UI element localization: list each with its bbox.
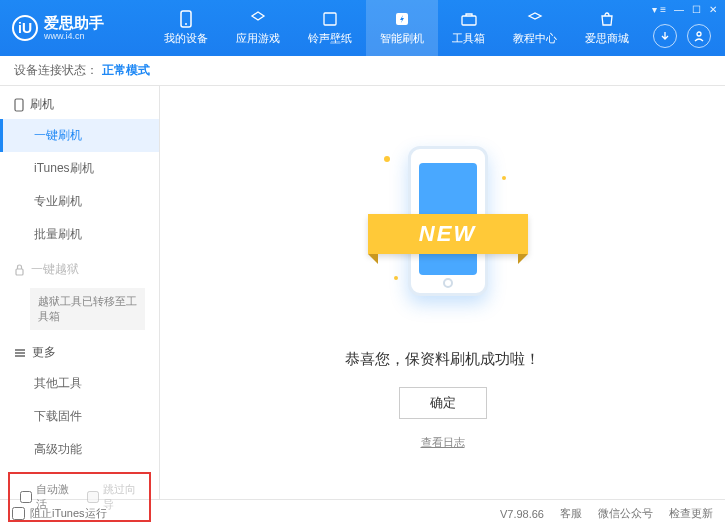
nav-toolbox[interactable]: 工具箱 [438, 0, 499, 56]
sidebar-item-pro-flash[interactable]: 专业刷机 [0, 185, 159, 218]
minimize-icon[interactable]: ― [674, 4, 684, 15]
nav-ringtones[interactable]: 铃声壁纸 [294, 0, 366, 56]
svg-rect-4 [462, 16, 476, 25]
sidebar-item-download-firmware[interactable]: 下载固件 [0, 400, 159, 433]
sidebar-item-batch-flash[interactable]: 批量刷机 [0, 218, 159, 251]
phone-small-icon [14, 98, 24, 112]
toolbox-icon [460, 10, 478, 28]
main-content: NEW 恭喜您，保资料刷机成功啦！ 确定 查看日志 [160, 86, 725, 499]
flash-icon [393, 10, 411, 28]
app-name: 爱思助手 [44, 15, 104, 31]
sidebar-item-advanced[interactable]: 高级功能 [0, 433, 159, 466]
sidebar: 刷机 一键刷机 iTunes刷机 专业刷机 批量刷机 一键越狱 越狱工具已转移至… [0, 86, 160, 499]
svg-rect-2 [324, 13, 336, 25]
sidebar-item-other-tools[interactable]: 其他工具 [0, 367, 159, 400]
lock-icon [14, 264, 25, 276]
status-label: 设备连接状态： [14, 62, 98, 79]
close-icon[interactable]: ✕ [709, 4, 717, 15]
footer-link-support[interactable]: 客服 [560, 506, 582, 521]
tutorial-icon [526, 10, 544, 28]
store-icon [598, 10, 616, 28]
sidebar-group-jailbreak: 一键越狱 [0, 251, 159, 284]
status-value: 正常模式 [102, 62, 150, 79]
footer-link-update[interactable]: 检查更新 [669, 506, 713, 521]
titlebar: iU 爱思助手 www.i4.cn 我的设备 应用游戏 铃声壁纸 智能刷机 工具… [0, 0, 725, 56]
svg-point-5 [697, 32, 701, 36]
success-message: 恭喜您，保资料刷机成功啦！ [345, 350, 540, 369]
new-ribbon: NEW [368, 214, 528, 254]
success-illustration: NEW [378, 136, 508, 326]
sidebar-item-oneclick-flash[interactable]: 一键刷机 [0, 119, 159, 152]
svg-rect-6 [15, 99, 23, 111]
device-status-bar: 设备连接状态： 正常模式 [0, 56, 725, 86]
sidebar-group-flash[interactable]: 刷机 [0, 86, 159, 119]
logo-icon: iU [12, 15, 38, 41]
window-controls: ▾ ≡ ― ☐ ✕ [652, 4, 717, 15]
block-itunes-checkbox[interactable]: 阻止iTunes运行 [12, 506, 107, 521]
footer-link-wechat[interactable]: 微信公众号 [598, 506, 653, 521]
nav-tutorials[interactable]: 教程中心 [499, 0, 571, 56]
nav-my-device[interactable]: 我的设备 [150, 0, 222, 56]
maximize-icon[interactable]: ☐ [692, 4, 701, 15]
svg-rect-7 [16, 269, 23, 275]
sidebar-item-itunes-flash[interactable]: iTunes刷机 [0, 152, 159, 185]
more-icon [14, 348, 26, 358]
phone-icon [177, 10, 195, 28]
wallpaper-icon [321, 10, 339, 28]
user-circle-button[interactable] [687, 24, 711, 48]
download-circle-button[interactable] [653, 24, 677, 48]
svg-point-1 [185, 23, 187, 25]
titlebar-menu-icon[interactable]: ▾ ≡ [652, 4, 666, 15]
sidebar-group-more[interactable]: 更多 [0, 334, 159, 367]
top-nav: 我的设备 应用游戏 铃声壁纸 智能刷机 工具箱 教程中心 爱思商城 [150, 0, 643, 56]
nav-store[interactable]: 爱思商城 [571, 0, 643, 56]
titlebar-right-buttons [653, 24, 711, 48]
app-logo: iU 爱思助手 www.i4.cn [0, 15, 150, 41]
ok-button[interactable]: 确定 [399, 387, 487, 419]
nav-smart-flash[interactable]: 智能刷机 [366, 0, 438, 56]
jailbreak-note: 越狱工具已转移至工具箱 [30, 288, 145, 330]
nav-apps-games[interactable]: 应用游戏 [222, 0, 294, 56]
apps-icon [249, 10, 267, 28]
view-log-link[interactable]: 查看日志 [421, 435, 465, 450]
version-label: V7.98.66 [500, 508, 544, 520]
app-url: www.i4.cn [44, 31, 104, 41]
